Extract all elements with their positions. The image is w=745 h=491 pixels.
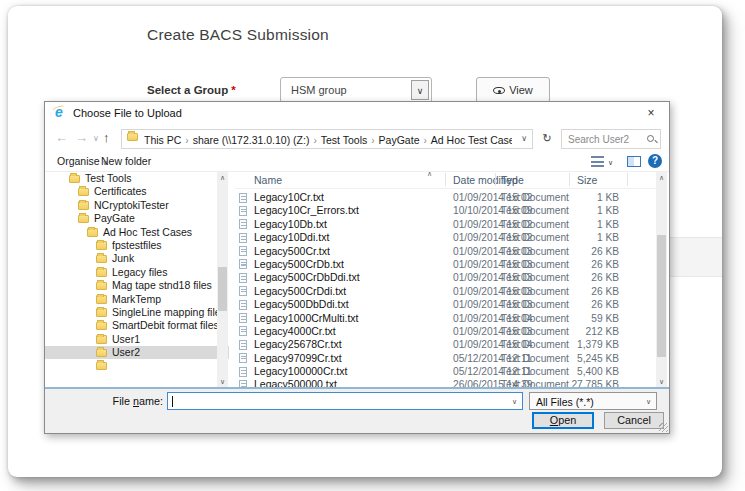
breadcrumb[interactable]: This PC›share (\\172.31.0.10) (Z:)›Test … xyxy=(121,129,533,149)
resize-grip-icon[interactable] xyxy=(659,423,668,432)
text-file-icon xyxy=(239,340,247,350)
preview-pane-icon[interactable] xyxy=(627,156,641,167)
file-size: 1,379 KB xyxy=(535,338,619,351)
breadcrumb-dropdown-icon[interactable]: ∨ xyxy=(521,134,527,143)
tree-item-label: Ad Hoc Test Cases xyxy=(103,226,192,239)
scroll-down-icon[interactable]: ∨ xyxy=(217,376,228,387)
search-icon[interactable] xyxy=(647,135,654,142)
required-asterisk: * xyxy=(231,84,235,96)
file-row[interactable]: Legacy25678Cr.txt 01/09/2014 15:04 Text … xyxy=(235,338,656,351)
breadcrumb-separator-icon[interactable]: › xyxy=(309,135,320,146)
open-button[interactable]: Open xyxy=(532,412,594,429)
breadcrumb-separator-icon[interactable]: › xyxy=(367,135,378,146)
select-arrow-icon[interactable]: ∨ xyxy=(411,80,429,100)
dialog-footer: File name: ∨ All Files (*.*) ∨ Open Canc… xyxy=(45,389,669,433)
tree-scrollbar-thumb[interactable] xyxy=(218,267,227,311)
file-name-input[interactable]: ∨ xyxy=(167,392,523,410)
tree-item[interactable]: MarkTemp xyxy=(45,293,229,306)
column-divider[interactable] xyxy=(445,173,446,186)
forward-icon[interactable]: → xyxy=(75,130,88,145)
back-icon[interactable]: ← xyxy=(55,130,68,145)
view-button[interactable]: View xyxy=(476,77,550,103)
tree-item[interactable]: Test Tools xyxy=(45,172,229,185)
folder-icon xyxy=(96,268,107,277)
file-row[interactable]: Legacy500CrDdi.txt 01/09/2014 15:03 Text… xyxy=(235,285,656,298)
group-select[interactable]: HSM group ∨ xyxy=(280,77,432,103)
tree-item[interactable]: fpstestfiles xyxy=(45,239,229,252)
tree-item[interactable]: Mag tape stnd18 files xyxy=(45,279,229,292)
search-placeholder: Search User2 xyxy=(568,134,629,145)
up-icon[interactable]: ↑ xyxy=(103,130,110,145)
file-size: 1 KB xyxy=(535,231,619,244)
column-header-name[interactable]: Name xyxy=(254,174,282,186)
address-bar: ← → ∨ ↑ This PC›share (\\172.31.0.10) (Z… xyxy=(45,125,669,152)
file-size: 26 KB xyxy=(535,271,619,284)
tree-item[interactable]: User2 xyxy=(45,346,229,359)
tree-item[interactable]: NCryptokiTester xyxy=(45,199,229,212)
tree-item-label: NCryptokiTester xyxy=(94,199,169,212)
scroll-up-icon[interactable]: ∧ xyxy=(656,172,667,183)
scroll-up-icon[interactable]: ∧ xyxy=(217,172,228,183)
column-divider[interactable] xyxy=(627,173,628,186)
tree-item[interactable]: Ad Hoc Test Cases xyxy=(45,226,229,239)
file-size: 26 KB xyxy=(535,285,619,298)
column-divider[interactable] xyxy=(495,173,496,186)
breadcrumb-separator-icon[interactable]: › xyxy=(419,135,430,146)
text-file-icon xyxy=(239,326,247,336)
breadcrumb-segment[interactable]: Ad Hoc Test Cases xyxy=(431,134,512,146)
breadcrumb-segment[interactable]: Test Tools xyxy=(321,134,368,146)
new-folder-button[interactable]: New folder xyxy=(101,155,151,167)
file-row[interactable]: Legacy4000Cr.txt 01/09/2014 15:03 Text D… xyxy=(235,325,656,338)
file-type-dropdown-icon[interactable]: ∨ xyxy=(646,398,651,406)
file-row[interactable]: Legacy500CrDbDdi.txt 01/09/2014 15:03 Te… xyxy=(235,271,656,284)
scroll-down-icon[interactable]: ∨ xyxy=(656,376,667,387)
breadcrumb-segment[interactable]: share (\\172.31.0.10) (Z:) xyxy=(193,134,310,146)
file-row[interactable]: Legacy500DbDdi.txt 01/09/2014 15:03 Text… xyxy=(235,298,656,311)
tree-item[interactable]: Junk xyxy=(45,252,229,265)
file-name-dropdown-icon[interactable]: ∨ xyxy=(512,398,517,406)
breadcrumb-separator-icon[interactable]: › xyxy=(181,135,192,146)
column-header-size[interactable]: Size xyxy=(577,174,597,186)
tree-item-label: User1 xyxy=(112,333,140,346)
files-scrollbar[interactable]: ∧ ∨ xyxy=(656,172,667,387)
tree-item-label: Mag tape stnd18 files xyxy=(112,279,212,292)
refresh-icon[interactable]: ↻ xyxy=(537,129,557,149)
help-icon[interactable]: ? xyxy=(648,154,662,168)
file-row[interactable]: Legacy10Db.txt 01/09/2014 15:02 Text Doc… xyxy=(235,218,656,231)
file-row[interactable]: Legacy97099Cr.txt 05/12/2014 12:11 Text … xyxy=(235,352,656,365)
file-row[interactable]: Legacy10Cr_Errors.txt 10/10/2014 15:09 T… xyxy=(235,204,656,217)
text-file-icon xyxy=(239,286,247,296)
tree-item[interactable]: SmartDebit format files xyxy=(45,319,229,332)
tree-item[interactable]: Certificates xyxy=(45,185,229,198)
recent-locations-icon[interactable]: ∨ xyxy=(93,134,99,143)
file-row[interactable]: Legacy10Ddi.txt 01/09/2014 15:02 Text Do… xyxy=(235,231,656,244)
dialog-titlebar[interactable]: e Choose File to Upload × xyxy=(45,102,669,125)
close-icon[interactable]: × xyxy=(641,105,661,122)
files-scrollbar-thumb[interactable] xyxy=(657,235,666,357)
text-file-icon xyxy=(239,353,247,363)
file-row[interactable]: Legacy100000Cr.txt 05/12/2014 12:11 Text… xyxy=(235,365,656,378)
tree-scrollbar[interactable]: ∧ ∨ xyxy=(217,172,228,387)
file-rows: Legacy10Cr.txt 01/09/2014 15:02 Text Doc… xyxy=(235,191,656,387)
file-row[interactable]: Legacy1000CrMulti.txt 01/09/2014 15:04 T… xyxy=(235,312,656,325)
breadcrumb-segment[interactable]: PayGate xyxy=(379,134,420,146)
file-row[interactable]: Legacy10Cr.txt 01/09/2014 15:02 Text Doc… xyxy=(235,191,656,204)
column-divider[interactable] xyxy=(569,173,570,186)
tree-item[interactable]: Legacy files xyxy=(45,266,229,279)
group-select-value: HSM group xyxy=(291,84,347,96)
tree-item[interactable]: User1 xyxy=(45,333,229,346)
column-header-type[interactable]: Type xyxy=(501,174,524,186)
breadcrumb-segment[interactable]: This PC xyxy=(144,134,181,146)
cancel-button[interactable]: Cancel xyxy=(604,412,664,429)
tree-item[interactable] xyxy=(45,359,229,372)
search-input[interactable]: Search User2 xyxy=(561,129,661,149)
file-row[interactable]: Legacy500CrDb.txt 01/09/2014 15:03 Text … xyxy=(235,258,656,271)
file-row[interactable]: Legacy500000.txt 26/06/2015 14:39 Text D… xyxy=(235,378,656,387)
file-name: Legacy25678Cr.txt xyxy=(254,338,342,351)
tree-item[interactable]: SingleLine mapping files xyxy=(45,306,229,319)
file-type-select[interactable]: All Files (*.*) ∨ xyxy=(529,392,657,410)
file-row[interactable]: Legacy500Cr.txt 01/09/2014 15:03 Text Do… xyxy=(235,245,656,258)
tree-item[interactable]: PayGate xyxy=(45,212,229,225)
change-view-icon[interactable] xyxy=(591,156,604,167)
view-options-chevron-icon[interactable]: ∨ xyxy=(608,159,613,167)
